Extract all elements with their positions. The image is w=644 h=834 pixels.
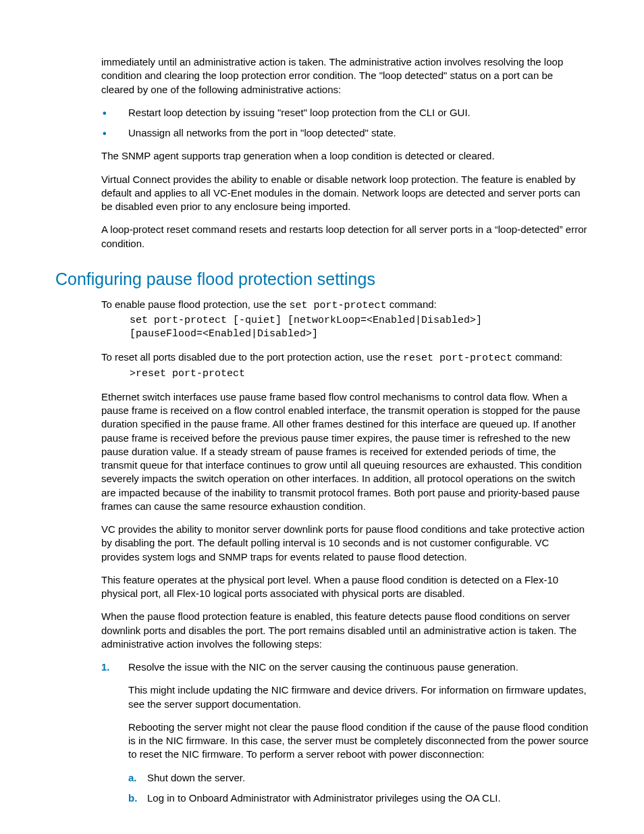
list-marker: b. — [128, 791, 137, 805]
body-paragraph: A loop-protect reset command resets and … — [101, 223, 589, 251]
text: To enable pause flood protection, use th… — [101, 298, 290, 310]
list-item: 1. Resolve the issue with the NIC on the… — [101, 660, 589, 805]
list-item: b. Log in to Onboard Administrator with … — [128, 791, 589, 805]
list-item: Unassign all networks from the port in "… — [101, 126, 589, 140]
code-block: >reset port-protect — [130, 367, 589, 381]
body-paragraph: To enable pause flood protection, use th… — [101, 298, 589, 313]
text: command: — [512, 351, 562, 363]
body-paragraph: To reset all ports disabled due to the p… — [101, 350, 589, 365]
numbered-list: 1. Resolve the issue with the NIC on the… — [55, 660, 589, 805]
bullet-list: Restart loop detection by issuing "reset… — [55, 106, 589, 140]
text: command: — [387, 298, 437, 310]
section-heading: Configuring pause flood protection setti… — [55, 268, 589, 291]
body-paragraph: The SNMP agent supports trap generation … — [101, 149, 589, 163]
list-item: Restart loop detection by issuing "reset… — [101, 106, 589, 120]
sub-list: a. Shut down the server. b. Log in to On… — [128, 771, 589, 806]
step-text: Resolve the issue with the NIC on the se… — [128, 661, 518, 673]
sub-step-text: Shut down the server. — [147, 772, 245, 783]
body-paragraph: This might include updating the NIC firm… — [128, 683, 589, 711]
code-block: set port-protect [-quiet] [networkLoop=<… — [130, 314, 589, 342]
inline-code: reset port-protect — [403, 353, 512, 364]
inline-code: set port-protect — [290, 300, 387, 311]
body-paragraph: Ethernet switch interfaces use pause fra… — [101, 390, 589, 513]
sub-step-text: Log in to Onboard Administrator with Adm… — [147, 792, 501, 804]
body-paragraph: Virtual Connect provides the ability to … — [101, 173, 589, 214]
text: To reset all ports disabled due to the p… — [101, 351, 403, 363]
body-paragraph: Rebooting the server might not clear the… — [128, 721, 589, 762]
list-item: a. Shut down the server. — [128, 771, 589, 785]
list-marker: a. — [128, 771, 137, 785]
body-paragraph: VC provides the ability to monitor serve… — [101, 523, 589, 564]
list-marker: 1. — [101, 660, 110, 674]
body-paragraph: When the pause flood protection feature … — [101, 610, 589, 651]
body-paragraph: This feature operates at the physical po… — [101, 573, 589, 601]
body-paragraph: immediately until an administrative acti… — [101, 55, 589, 97]
